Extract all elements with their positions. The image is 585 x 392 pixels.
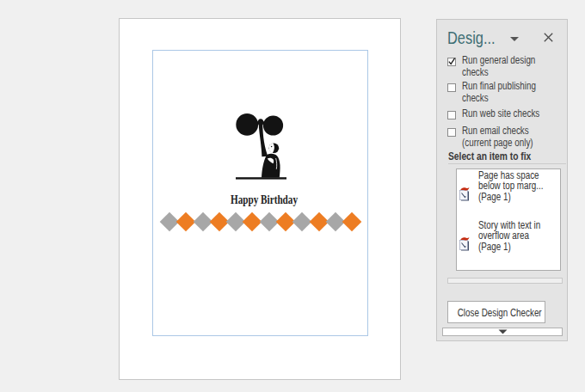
checkbox-unchecked-icon [447, 128, 456, 137]
checkbox-run-final-publishing-checks[interactable]: Run final publishing checks [447, 80, 568, 105]
pane-close-button[interactable] [542, 31, 554, 43]
checkbox-run-general-design-checks[interactable]: Run general design checks [447, 54, 568, 79]
check-options: Run general design checks Run final publ… [447, 54, 568, 150]
issues-listbox: Page has space below top marg... (Page 1… [456, 168, 561, 271]
close-icon [544, 33, 553, 42]
section-divider [448, 163, 566, 164]
pane-expander-bar[interactable] [442, 328, 563, 336]
checkbox-run-email-checks[interactable]: Run email checks (current page only) [447, 125, 568, 150]
checkbox-run-web-site-checks[interactable]: Run web site checks [447, 107, 568, 119]
checkmark-icon [447, 57, 457, 66]
design-issue-icon [459, 186, 470, 201]
design-issue-icon [459, 236, 470, 251]
chevron-down-icon [498, 329, 508, 334]
design-checker-pane: Desig... Run general design checks Run f… [436, 19, 568, 341]
dropdown-icon [510, 37, 519, 41]
diamond [342, 211, 362, 231]
checkbox-unchecked-icon [447, 111, 456, 119]
diamond-border-art[interactable] [163, 211, 359, 231]
issues-horizontal-scrollbar[interactable] [447, 278, 563, 284]
publication-page[interactable]: Happy Birthday [119, 18, 401, 380]
greeting-text[interactable]: Happy Birthday [156, 193, 373, 207]
pane-title: Desig... [447, 28, 496, 46]
weightlifter-clipart[interactable] [231, 110, 291, 183]
checkbox-checked-icon [447, 58, 456, 66]
checkbox-unchecked-icon [447, 83, 456, 92]
pane-menu-button[interactable] [508, 34, 520, 44]
weightlifter-drawing [231, 110, 291, 183]
section-header: Select an item to fix [448, 150, 531, 162]
close-design-checker-button[interactable]: Close Design Checker [447, 301, 545, 323]
issue-item-page-space[interactable]: Page has space below top marg... (Page 1… [457, 170, 560, 203]
issue-item-overflow[interactable]: Story with text in overflow area (Page 1… [457, 220, 560, 253]
